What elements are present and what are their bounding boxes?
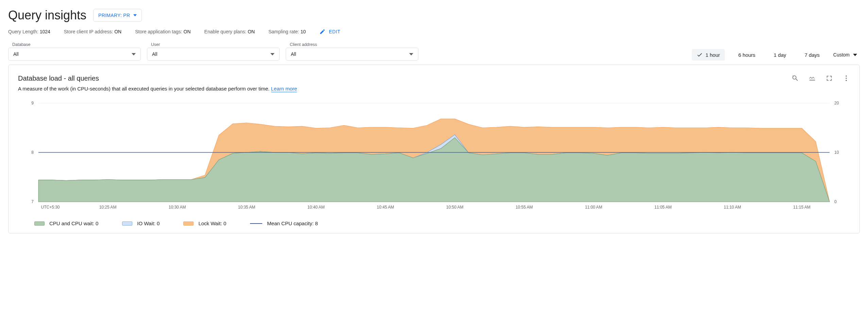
svg-point-0: [846, 76, 847, 77]
svg-text:10:35 AM: 10:35 AM: [238, 205, 255, 210]
legend-swatch-capacity: [250, 223, 262, 224]
time-range-custom[interactable]: Custom: [833, 52, 857, 57]
more-icon[interactable]: [842, 75, 850, 82]
legend-item-cpu[interactable]: CPU and CPU wait: 0: [34, 220, 98, 226]
zoom-reset-icon[interactable]: [791, 75, 799, 82]
chart-title: Database load - all queries: [18, 75, 297, 82]
chart-legend: CPU and CPU wait: 0 IO Wait: 0 Lock Wait…: [18, 220, 850, 226]
svg-text:10:25 AM: 10:25 AM: [99, 205, 117, 210]
database-select: Database All: [8, 42, 141, 61]
config-sampling: Sampling rate: 10: [268, 29, 306, 34]
legend-swatch-lock: [183, 221, 194, 226]
svg-text:10:55 AM: 10:55 AM: [516, 205, 533, 210]
time-range-1h[interactable]: 1 hour: [692, 49, 725, 61]
time-range-6h[interactable]: 6 hours: [734, 49, 760, 61]
svg-text:7: 7: [31, 199, 34, 204]
caret-down-icon: [132, 53, 136, 55]
config-query-plans: Enable query plans: ON: [204, 29, 255, 34]
edit-button[interactable]: EDIT: [319, 29, 340, 35]
caret-down-icon: [133, 14, 137, 16]
svg-point-1: [846, 78, 847, 79]
svg-point-2: [846, 80, 847, 81]
page-title: Query insights: [8, 8, 86, 22]
legend-item-capacity[interactable]: Mean CPU capacity: 8: [250, 220, 318, 226]
svg-text:9: 9: [31, 101, 34, 105]
filters-row: Database All User All Client address All: [8, 42, 860, 61]
svg-text:10:30 AM: 10:30 AM: [169, 205, 186, 210]
database-select-box[interactable]: All: [8, 48, 141, 61]
chart-card: Database load - all queries A measure of…: [8, 65, 860, 233]
svg-text:8: 8: [31, 150, 34, 155]
legend-toggle-icon[interactable]: [808, 75, 816, 82]
database-select-label: Database: [8, 42, 141, 47]
edit-label: EDIT: [329, 29, 340, 34]
legend-swatch-io: [122, 221, 132, 226]
instance-selector-label: PRIMARY: PR: [98, 13, 130, 18]
legend-swatch-cpu: [34, 221, 45, 226]
user-select-box[interactable]: All: [147, 48, 280, 61]
check-icon: [697, 52, 703, 58]
expand-icon[interactable]: [825, 75, 833, 82]
caret-down-icon: [409, 53, 413, 55]
svg-text:11:00 AM: 11:00 AM: [585, 205, 602, 210]
caret-down-icon: [853, 54, 857, 56]
time-range-7d[interactable]: 7 days: [800, 49, 824, 61]
time-range-1d[interactable]: 1 day: [769, 49, 791, 61]
svg-text:11:15 AM: 11:15 AM: [793, 205, 811, 210]
chart-subtitle: A measure of the work (in CPU-seconds) t…: [18, 86, 297, 92]
learn-more-link[interactable]: Learn more: [271, 86, 297, 92]
legend-item-lock[interactable]: Lock Wait: 0: [183, 220, 226, 226]
user-select: User All: [147, 42, 280, 61]
client-select-box[interactable]: All: [286, 48, 418, 61]
svg-text:0: 0: [834, 199, 837, 204]
svg-text:20: 20: [834, 101, 839, 105]
config-store-tags: Store application tags: ON: [135, 29, 190, 34]
svg-text:10:45 AM: 10:45 AM: [377, 205, 394, 210]
chart-area[interactable]: 7890102010:25 AM10:30 AM10:35 AM10:40 AM…: [18, 100, 850, 216]
client-select-label: Client address: [286, 42, 418, 47]
client-select: Client address All: [286, 42, 418, 61]
config-strip: Query Length: 1024 Store client IP addre…: [8, 29, 860, 35]
svg-text:10:40 AM: 10:40 AM: [307, 205, 325, 210]
config-query-length: Query Length: 1024: [8, 29, 50, 34]
time-range-picker: 1 hour 6 hours 1 day 7 days Custom: [692, 49, 860, 61]
pencil-icon: [319, 29, 326, 35]
svg-text:10: 10: [834, 150, 839, 155]
svg-text:10:50 AM: 10:50 AM: [446, 205, 464, 210]
chart-toolbar: [791, 75, 850, 82]
svg-text:UTC+5:30: UTC+5:30: [41, 205, 60, 210]
config-store-ip: Store client IP address: ON: [64, 29, 121, 34]
caret-down-icon: [270, 53, 274, 55]
user-select-label: User: [147, 42, 280, 47]
svg-text:11:05 AM: 11:05 AM: [654, 205, 672, 210]
instance-selector[interactable]: PRIMARY: PR: [93, 9, 142, 22]
page-header: Query insights PRIMARY: PR: [8, 8, 860, 22]
svg-text:11:10 AM: 11:10 AM: [724, 205, 741, 210]
legend-item-io[interactable]: IO Wait: 0: [122, 220, 160, 226]
